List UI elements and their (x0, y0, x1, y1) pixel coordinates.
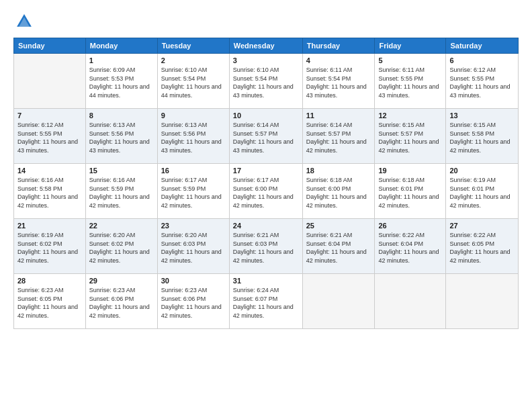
day-number: 10 (233, 111, 299, 120)
daylight-label: Daylight: 11 hours and 42 minutes. (449, 248, 510, 264)
calendar-cell: 13Sunrise: 6:15 AMSunset: 5:58 PMDayligh… (446, 109, 519, 164)
day-number: 29 (89, 277, 154, 285)
day-number: 1 (89, 56, 154, 64)
sunset-label: Sunset: 5:57 PM (233, 130, 278, 137)
day-info: Sunrise: 6:21 AMSunset: 6:04 PMDaylight:… (306, 231, 371, 265)
calendar-cell (375, 274, 446, 329)
daylight-label: Daylight: 11 hours and 42 minutes. (89, 304, 150, 319)
daylight-label: Daylight: 11 hours and 42 minutes. (17, 304, 78, 319)
calendar-cell: 12Sunrise: 6:15 AMSunset: 5:57 PMDayligh… (375, 109, 446, 164)
sunset-label: Sunset: 6:05 PM (17, 295, 62, 302)
logo (13, 12, 34, 31)
day-info: Sunrise: 6:15 AMSunset: 5:58 PMDaylight:… (449, 121, 515, 154)
day-number: 17 (233, 167, 299, 175)
day-info: Sunrise: 6:22 AMSunset: 6:05 PMDaylight:… (449, 231, 515, 265)
day-info: Sunrise: 6:16 AMSunset: 5:58 PMDaylight:… (17, 176, 82, 210)
day-number: 11 (306, 111, 371, 120)
daylight-label: Daylight: 11 hours and 42 minutes. (233, 304, 294, 319)
calendar-cell: 30Sunrise: 6:23 AMSunset: 6:06 PMDayligh… (157, 274, 229, 329)
sunset-label: Sunset: 5:58 PM (17, 185, 62, 192)
sunset-label: Sunset: 5:55 PM (449, 75, 494, 82)
day-number: 26 (378, 222, 442, 230)
day-number: 3 (233, 56, 299, 64)
calendar-cell: 27Sunrise: 6:22 AMSunset: 6:05 PMDayligh… (446, 219, 519, 274)
calendar-cell: 26Sunrise: 6:22 AMSunset: 6:04 PMDayligh… (375, 219, 446, 274)
daylight-label: Daylight: 11 hours and 42 minutes. (233, 248, 294, 264)
calendar-cell: 3Sunrise: 6:10 AMSunset: 5:54 PMDaylight… (229, 54, 302, 109)
sunset-label: Sunset: 5:59 PM (161, 185, 206, 192)
calendar-cell: 15Sunrise: 6:16 AMSunset: 5:59 PMDayligh… (85, 164, 157, 219)
day-number: 8 (89, 111, 154, 120)
day-number: 6 (449, 56, 515, 64)
sunset-label: Sunset: 5:53 PM (89, 75, 134, 82)
daylight-label: Daylight: 11 hours and 42 minutes. (306, 248, 367, 264)
day-info: Sunrise: 6:24 AMSunset: 6:07 PMDaylight:… (233, 286, 299, 320)
day-number: 24 (233, 222, 299, 230)
day-info: Sunrise: 6:12 AMSunset: 5:55 PMDaylight:… (17, 121, 82, 154)
daylight-label: Daylight: 11 hours and 42 minutes. (161, 304, 222, 319)
day-number: 30 (161, 277, 226, 285)
calendar-cell: 25Sunrise: 6:21 AMSunset: 6:04 PMDayligh… (302, 219, 375, 274)
calendar-cell: 17Sunrise: 6:17 AMSunset: 6:00 PMDayligh… (229, 164, 302, 219)
sunset-label: Sunset: 5:59 PM (89, 185, 134, 192)
day-info: Sunrise: 6:13 AMSunset: 5:56 PMDaylight:… (161, 121, 226, 154)
calendar-cell: 8Sunrise: 6:13 AMSunset: 5:56 PMDaylight… (85, 109, 157, 164)
day-info: Sunrise: 6:14 AMSunset: 5:57 PMDaylight:… (233, 121, 299, 154)
sunset-label: Sunset: 5:57 PM (378, 130, 423, 137)
header (13, 12, 519, 31)
calendar-header-wednesday: Wednesday (229, 38, 302, 54)
day-number: 13 (449, 111, 515, 120)
day-number: 22 (89, 222, 154, 230)
daylight-label: Daylight: 11 hours and 42 minutes. (161, 248, 222, 264)
sunrise-label: Sunrise: 6:10 AM (233, 66, 279, 73)
day-info: Sunrise: 6:19 AMSunset: 6:02 PMDaylight:… (17, 231, 82, 265)
calendar-cell: 31Sunrise: 6:24 AMSunset: 6:07 PMDayligh… (229, 274, 302, 329)
calendar-week-row-3: 14Sunrise: 6:16 AMSunset: 5:58 PMDayligh… (14, 164, 519, 219)
calendar-header-thursday: Thursday (302, 38, 375, 54)
calendar-header-sunday: Sunday (14, 38, 86, 54)
calendar-cell: 14Sunrise: 6:16 AMSunset: 5:58 PMDayligh… (14, 164, 86, 219)
day-number: 27 (449, 222, 515, 230)
sunset-label: Sunset: 6:04 PM (306, 240, 351, 247)
sunrise-label: Sunrise: 6:23 AM (89, 287, 136, 293)
sunrise-label: Sunrise: 6:17 AM (233, 177, 279, 183)
day-number: 7 (17, 111, 82, 120)
calendar-week-row-4: 21Sunrise: 6:19 AMSunset: 6:02 PMDayligh… (14, 219, 519, 274)
day-number: 15 (89, 167, 154, 175)
daylight-label: Daylight: 11 hours and 43 minutes. (449, 83, 510, 99)
calendar-cell: 18Sunrise: 6:18 AMSunset: 6:00 PMDayligh… (302, 164, 375, 219)
day-number: 2 (161, 56, 226, 64)
page: SundayMondayTuesdayWednesdayThursdayFrid… (0, 0, 532, 411)
day-info: Sunrise: 6:13 AMSunset: 5:56 PMDaylight:… (89, 121, 154, 154)
sunrise-label: Sunrise: 6:14 AM (233, 122, 279, 128)
calendar-header-row: SundayMondayTuesdayWednesdayThursdayFrid… (14, 38, 519, 54)
daylight-label: Daylight: 11 hours and 42 minutes. (306, 138, 367, 154)
sunrise-label: Sunrise: 6:18 AM (378, 177, 425, 183)
sunset-label: Sunset: 6:04 PM (378, 240, 423, 247)
day-number: 20 (449, 167, 515, 175)
calendar-cell: 19Sunrise: 6:18 AMSunset: 6:01 PMDayligh… (375, 164, 446, 219)
calendar-cell: 9Sunrise: 6:13 AMSunset: 5:56 PMDaylight… (157, 109, 229, 164)
calendar-cell (302, 274, 375, 329)
day-number: 28 (17, 277, 82, 285)
sunrise-label: Sunrise: 6:23 AM (17, 287, 64, 293)
sunset-label: Sunset: 5:57 PM (306, 130, 351, 137)
daylight-label: Daylight: 11 hours and 42 minutes. (89, 193, 150, 209)
sunset-label: Sunset: 6:01 PM (378, 185, 423, 192)
daylight-label: Daylight: 11 hours and 42 minutes. (17, 248, 78, 264)
day-info: Sunrise: 6:23 AMSunset: 6:06 PMDaylight:… (89, 286, 154, 320)
daylight-label: Daylight: 11 hours and 42 minutes. (378, 248, 439, 264)
day-info: Sunrise: 6:20 AMSunset: 6:02 PMDaylight:… (89, 231, 154, 265)
daylight-label: Daylight: 11 hours and 44 minutes. (161, 83, 222, 99)
calendar-cell (14, 54, 86, 109)
daylight-label: Daylight: 11 hours and 42 minutes. (449, 138, 510, 154)
calendar-cell: 20Sunrise: 6:19 AMSunset: 6:01 PMDayligh… (446, 164, 519, 219)
sunrise-label: Sunrise: 6:19 AM (449, 177, 496, 183)
daylight-label: Daylight: 11 hours and 42 minutes. (17, 193, 78, 209)
day-info: Sunrise: 6:09 AMSunset: 5:53 PMDaylight:… (89, 66, 154, 99)
sunrise-label: Sunrise: 6:16 AM (89, 177, 136, 183)
sunrise-label: Sunrise: 6:15 AM (378, 122, 425, 128)
sunrise-label: Sunrise: 6:09 AM (89, 66, 136, 73)
sunset-label: Sunset: 6:01 PM (449, 185, 494, 192)
calendar-cell: 5Sunrise: 6:11 AMSunset: 5:55 PMDaylight… (375, 54, 446, 109)
